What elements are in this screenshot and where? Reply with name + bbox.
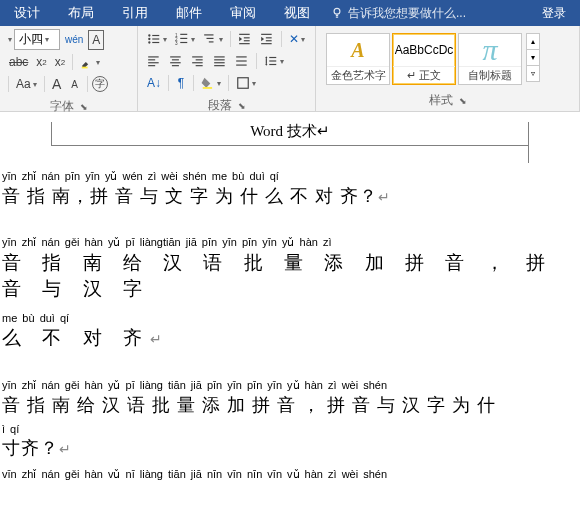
text-highlight-button[interactable]: ▾ xyxy=(77,52,103,72)
svg-rect-25 xyxy=(148,56,159,57)
chinese-line: 音 指 南 给 汉 语 批 量 添 加 拼 音 ， 拼 音 与 汉 字 为 什 xyxy=(2,393,570,417)
styles-group: A 金色艺术字 AaBbCcDc ↵ 正文 π 自制标题 ▴ ▾ ▿ 样式⬊ xyxy=(316,26,580,111)
document-area[interactable]: Word 技术↵ yīn zhǐ nán pīn yīn yǔ wén zì w… xyxy=(0,112,580,481)
tab-review[interactable]: 审阅 xyxy=(216,0,270,26)
svg-rect-36 xyxy=(196,65,203,66)
chinese-line: 音 指 南 给 汉 语 批 量 添 加 拼 音 ， 拼 音 与 汉 字 xyxy=(2,250,570,302)
increase-indent-button[interactable] xyxy=(257,29,277,49)
svg-rect-19 xyxy=(244,40,250,41)
svg-rect-32 xyxy=(172,65,179,66)
styles-group-launcher[interactable]: ⬊ xyxy=(459,96,467,106)
borders-button[interactable]: ▾ xyxy=(233,73,259,93)
multilevel-list-button[interactable]: ▾ xyxy=(200,29,226,49)
distributed-icon xyxy=(235,54,249,68)
ribbon-toolbar: ▾ 小四▾ wén A abc x2 x2 ▾ Aa▾ xyxy=(0,26,580,112)
paragraph-group: ▾ 123▾ ▾ ✕▾ ▾ xyxy=(138,26,316,111)
svg-rect-35 xyxy=(192,62,203,63)
superscript-button[interactable]: x2 xyxy=(52,52,68,72)
svg-rect-7 xyxy=(152,42,159,43)
show-marks-button[interactable]: ¶ xyxy=(173,73,189,93)
doc-title: Word 技术↵ xyxy=(250,122,330,141)
character-border-button[interactable]: A xyxy=(88,30,104,50)
svg-rect-21 xyxy=(261,34,272,35)
tab-layout[interactable]: 布局 xyxy=(54,0,108,26)
svg-rect-23 xyxy=(266,40,272,41)
asian-layout-button[interactable]: ✕▾ xyxy=(286,29,308,49)
align-left-icon xyxy=(147,54,161,68)
line-spacing-icon xyxy=(264,54,278,68)
svg-rect-28 xyxy=(148,65,155,66)
styles-scroll-down[interactable]: ▾ xyxy=(526,49,540,66)
svg-rect-11 xyxy=(180,38,187,39)
bullets-icon xyxy=(147,32,161,46)
align-right-button[interactable] xyxy=(188,51,208,71)
tab-design[interactable]: 设计 xyxy=(0,0,54,26)
svg-rect-26 xyxy=(148,59,155,60)
justify-button[interactable] xyxy=(210,51,230,71)
style-gold-art[interactable]: A 金色艺术字 xyxy=(326,33,390,85)
tab-view[interactable]: 视图 xyxy=(270,0,324,26)
style-label: 金色艺术字 xyxy=(327,66,389,84)
style-normal[interactable]: AaBbCcDc ↵ 正文 xyxy=(392,33,456,85)
style-label: ↵ 正文 xyxy=(393,66,455,84)
svg-rect-43 xyxy=(236,65,247,66)
enclose-characters-button[interactable]: 字 xyxy=(92,76,108,92)
svg-rect-1 xyxy=(82,67,88,69)
paragraph-3: yīn zhǐ nán gěi hàn yǔ pī liàng tiān jiā… xyxy=(2,379,570,460)
align-center-button[interactable] xyxy=(166,51,186,71)
styles-scroll-up[interactable]: ▴ xyxy=(526,33,540,50)
svg-rect-22 xyxy=(266,37,272,38)
decrease-indent-button[interactable] xyxy=(235,29,255,49)
align-left-button[interactable] xyxy=(144,51,164,71)
strikethrough-button[interactable]: abc xyxy=(6,52,31,72)
pinyin-line: yīn zhǐ nán pīn yīn yǔ wén zì wèi shén m… xyxy=(2,170,570,183)
svg-rect-24 xyxy=(261,43,272,44)
line-spacing-button[interactable]: ▾ xyxy=(261,51,287,71)
svg-point-4 xyxy=(148,38,150,40)
tell-me-placeholder: 告诉我您想要做什么... xyxy=(348,5,466,22)
highlight-icon xyxy=(80,55,94,69)
svg-rect-17 xyxy=(239,34,250,35)
pinyin-line: yīn zhǐ nán gěi hàn yǔ pī liàng tiān jiā… xyxy=(2,379,570,392)
shading-button[interactable]: ▾ xyxy=(198,73,224,93)
svg-rect-45 xyxy=(269,57,276,58)
phonetic-guide-button[interactable]: wén xyxy=(62,30,86,50)
svg-rect-39 xyxy=(214,62,225,63)
svg-text:3: 3 xyxy=(175,41,178,46)
bullets-button[interactable]: ▾ xyxy=(144,29,170,49)
subscript-button[interactable]: x2 xyxy=(33,52,49,72)
numbering-icon: 123 xyxy=(175,32,189,46)
tell-me-search[interactable]: 告诉我您想要做什么... xyxy=(324,5,528,22)
align-center-icon xyxy=(169,54,183,68)
font-group-launcher[interactable]: ⬊ xyxy=(80,102,88,112)
svg-rect-15 xyxy=(207,38,214,39)
grow-font-button[interactable]: A xyxy=(49,74,65,94)
shrink-font-button[interactable]: A xyxy=(67,74,83,94)
font-group: ▾ 小四▾ wén A abc x2 x2 ▾ Aa▾ xyxy=(0,26,138,111)
styles-group-label: 样式 xyxy=(429,92,453,109)
font-size-value: 小四 xyxy=(19,31,43,48)
sort-button[interactable]: A↓ xyxy=(144,73,164,93)
change-case-button[interactable]: Aa▾ xyxy=(13,74,40,94)
font-family-dropdown[interactable]: ▾ xyxy=(8,35,12,44)
svg-rect-20 xyxy=(239,43,250,44)
numbering-button[interactable]: 123▾ xyxy=(172,29,198,49)
svg-rect-33 xyxy=(192,56,203,57)
svg-rect-34 xyxy=(196,59,203,60)
paragraph-group-launcher[interactable]: ⬊ xyxy=(238,101,246,111)
pinyin-line: vīn zhǐ nán gěi hàn vǔ nī liàng tiān jiā… xyxy=(2,468,570,481)
style-custom-title[interactable]: π 自制标题 xyxy=(458,33,522,85)
svg-rect-48 xyxy=(203,87,212,89)
tab-references[interactable]: 引用 xyxy=(108,0,162,26)
svg-rect-49 xyxy=(238,78,249,89)
align-right-icon xyxy=(191,54,205,68)
font-size-combo[interactable]: 小四▾ xyxy=(14,29,60,50)
svg-rect-46 xyxy=(269,60,276,61)
styles-expand[interactable]: ▿ xyxy=(526,65,540,82)
tab-mail[interactable]: 邮件 xyxy=(162,0,216,26)
sign-in-link[interactable]: 登录 xyxy=(528,5,580,22)
justify-icon xyxy=(213,54,227,68)
multilevel-icon xyxy=(203,32,217,46)
svg-rect-13 xyxy=(180,42,187,43)
distributed-button[interactable] xyxy=(232,51,252,71)
